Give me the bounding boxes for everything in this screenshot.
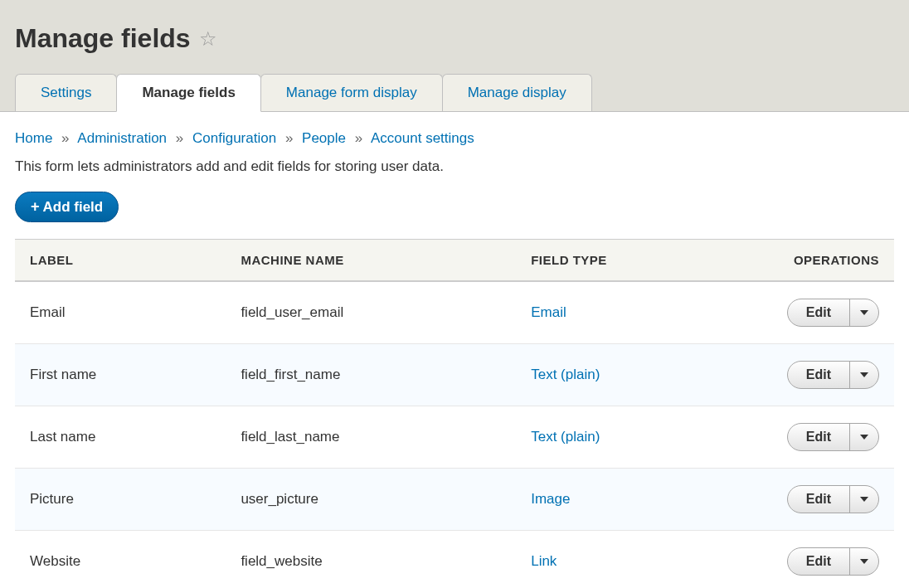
dropbutton-toggle[interactable] — [850, 486, 878, 513]
edit-button[interactable]: Edit — [788, 299, 850, 326]
field-machine-name-cell: field_last_name — [226, 406, 516, 469]
tab-manage-form-display[interactable]: Manage form display — [260, 74, 443, 111]
operations-cell: Edit — [745, 469, 894, 531]
breadcrumb-separator: » — [61, 130, 69, 146]
breadcrumb-separator: » — [285, 130, 293, 146]
field-type-cell: Text (plain) — [516, 344, 745, 406]
chevron-down-icon — [860, 310, 868, 315]
dropbutton-toggle[interactable] — [850, 362, 878, 388]
edit-button[interactable]: Edit — [788, 486, 850, 513]
operations-cell: Edit — [745, 281, 894, 344]
operations-dropbutton: Edit — [787, 299, 879, 327]
field-type-link[interactable]: Text (plain) — [531, 429, 600, 445]
field-machine-name-cell: user_picture — [226, 469, 516, 531]
table-row: Pictureuser_pictureImageEdit — [15, 469, 894, 531]
operations-dropbutton: Edit — [787, 485, 879, 513]
field-machine-name-cell: field_user_email — [226, 281, 516, 344]
operations-cell: Edit — [745, 344, 894, 406]
chevron-down-icon — [860, 497, 868, 502]
field-label-cell: Last name — [15, 406, 226, 469]
breadcrumb-link[interactable]: Home — [15, 130, 52, 146]
column-header-machine-name: MACHINE NAME — [226, 240, 516, 282]
chevron-down-icon — [860, 372, 868, 377]
plus-icon: + — [31, 198, 40, 216]
operations-cell: Edit — [745, 406, 894, 469]
breadcrumb-separator: » — [176, 130, 183, 146]
field-label-cell: Picture — [15, 469, 226, 531]
dropbutton-toggle[interactable] — [850, 548, 878, 575]
field-label-cell: Website — [15, 531, 226, 589]
chevron-down-icon — [860, 559, 868, 564]
page-title: Manage fields — [15, 23, 191, 54]
tab-manage-fields[interactable]: Manage fields — [116, 74, 260, 112]
edit-button[interactable]: Edit — [788, 548, 850, 575]
breadcrumb-link[interactable]: Configuration — [192, 130, 276, 146]
field-type-cell: Text (plain) — [516, 406, 745, 469]
field-type-link[interactable]: Link — [531, 553, 557, 569]
tab-manage-display[interactable]: Manage display — [442, 74, 592, 111]
table-row: First namefield_first_nameText (plain)Ed… — [15, 344, 894, 406]
operations-dropbutton: Edit — [787, 423, 879, 451]
add-field-button[interactable]: + Add field — [15, 192, 119, 222]
field-label-cell: First name — [15, 344, 226, 406]
field-type-cell: Link — [516, 531, 745, 589]
table-row: Last namefield_last_nameText (plain)Edit — [15, 406, 894, 469]
operations-dropbutton: Edit — [787, 547, 879, 576]
dropbutton-toggle[interactable] — [850, 299, 878, 326]
favorite-star-icon[interactable]: ☆ — [199, 27, 217, 51]
edit-button[interactable]: Edit — [788, 362, 850, 388]
operations-cell: Edit — [745, 531, 894, 589]
tab-settings[interactable]: Settings — [15, 74, 117, 111]
field-type-link[interactable]: Text (plain) — [531, 367, 600, 382]
breadcrumb-separator: » — [355, 130, 362, 146]
field-type-cell: Image — [516, 469, 745, 531]
field-label-cell: Email — [15, 281, 226, 344]
column-header-field-type: FIELD TYPE — [516, 240, 745, 282]
field-machine-name-cell: field_website — [226, 531, 516, 589]
field-machine-name-cell: field_first_name — [226, 344, 516, 406]
breadcrumb-link[interactable]: Administration — [77, 130, 167, 146]
table-row: Websitefield_websiteLinkEdit — [15, 531, 894, 589]
fields-table: LABEL MACHINE NAME FIELD TYPE OPERATIONS… — [15, 239, 894, 588]
primary-tabs: Settings Manage fields Manage form displ… — [15, 74, 894, 111]
operations-dropbutton: Edit — [787, 361, 879, 389]
column-header-operations: OPERATIONS — [745, 240, 894, 282]
breadcrumb-link[interactable]: Account settings — [371, 130, 474, 146]
add-field-label: Add field — [43, 199, 104, 216]
breadcrumb: Home » Administration » Configuration » … — [15, 130, 894, 147]
field-type-link[interactable]: Image — [531, 491, 570, 507]
dropbutton-toggle[interactable] — [850, 424, 878, 450]
page-description: This form lets administrators add and ed… — [15, 158, 894, 175]
column-header-label: LABEL — [15, 240, 226, 282]
chevron-down-icon — [860, 435, 868, 440]
edit-button[interactable]: Edit — [788, 424, 850, 450]
table-row: Emailfield_user_emailEmailEdit — [15, 281, 894, 344]
field-type-cell: Email — [516, 281, 745, 344]
breadcrumb-link[interactable]: People — [302, 130, 346, 146]
field-type-link[interactable]: Email — [531, 304, 566, 320]
